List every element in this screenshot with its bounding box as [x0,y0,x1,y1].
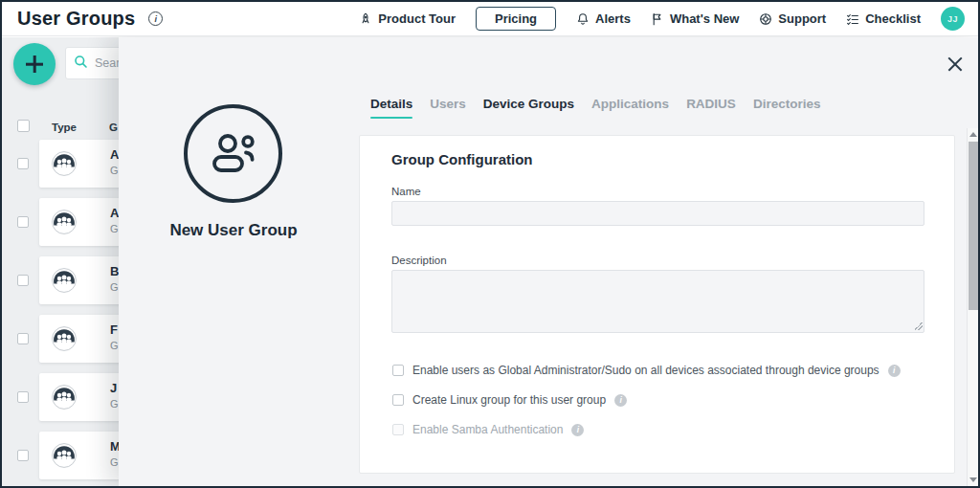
option-samba-auth: Enable Samba Authentication i [392,423,584,436]
group-card[interactable]: M G [39,432,130,479]
info-icon[interactable]: i [571,424,584,436]
search-icon [74,55,88,73]
scrollbar-thumb[interactable] [969,142,978,310]
row-checkbox[interactable] [17,216,29,228]
group-name: A [110,206,119,220]
option-linux-group: Create Linux group for this user group i [392,393,627,407]
name-label: Name [391,186,421,197]
nav-label: Checklist [865,11,921,26]
scroll-down-icon[interactable] [969,477,977,482]
option-label: Enable users as Global Administrator/Sud… [412,364,880,377]
nav-label: What's New [670,11,739,26]
info-icon[interactable]: i [148,11,163,26]
description-label: Description [391,255,447,266]
group-sub: G [110,223,119,234]
panel-scrollbar[interactable] [967,128,978,486]
flag-icon [651,12,664,26]
name-input[interactable] [391,201,924,226]
nav-product-tour[interactable]: Product Tour [359,11,456,26]
group-sub: G [110,398,119,410]
group-avatar-icon [52,268,77,293]
info-icon[interactable]: i [888,365,901,377]
nav-label: Support [778,11,826,26]
group-avatar-icon [52,326,77,351]
row-checkbox[interactable] [17,333,29,344]
group-avatar-icon [52,385,77,410]
group-name: B [110,264,119,278]
tab-directories[interactable]: Directories [753,97,821,119]
option-checkbox[interactable] [392,365,404,376]
bell-icon [576,12,590,26]
group-avatar-icon [52,151,77,176]
close-icon[interactable] [946,55,965,74]
section-title: Group Configuration [391,151,532,167]
group-sub: G [110,456,119,468]
group-avatar-icon [52,443,77,468]
group-name: A [110,147,119,162]
group-avatar-icon [52,210,77,234]
group-name: J [110,381,117,395]
pricing-button[interactable]: Pricing [476,7,556,31]
column-type: Type [52,122,77,133]
nav-label: Product Tour [378,11,456,26]
life-ring-icon [759,12,772,26]
panel-tabs: Details Users Device Groups Applications… [370,97,820,119]
nav-label: Alerts [595,11,631,26]
group-sub: G [110,281,119,293]
tab-users[interactable]: Users [430,97,466,119]
option-checkbox[interactable] [392,394,404,406]
header-nav: Product Tour Pricing Alerts What's New S… [359,7,965,31]
row-checkbox[interactable] [17,391,29,403]
info-icon[interactable]: i [614,394,627,407]
group-sub: G [110,165,119,176]
row-checkbox[interactable] [17,450,29,461]
add-group-button[interactable] [13,43,56,85]
user-group-icon [184,104,282,203]
nav-checklist[interactable]: Checklist [846,11,921,26]
group-card[interactable]: F G [39,315,130,363]
checklist-icon [846,12,859,26]
scroll-up-icon[interactable] [969,132,977,137]
column-group: G [109,122,118,133]
select-all-checkbox[interactable] [17,120,30,132]
row-checkbox[interactable] [17,158,29,169]
nav-whats-new[interactable]: What's New [651,11,739,26]
option-checkbox [392,424,404,435]
row-checkbox[interactable] [17,275,29,286]
group-card[interactable]: J G [39,373,130,421]
nav-alerts[interactable]: Alerts [576,11,631,26]
app-header: User Groups i Product Tour Pricing Alert… [2,2,978,36]
group-configuration-card: Group Configuration Name Description Ena… [359,135,955,474]
app-window: User Groups i Product Tour Pricing Alert… [0,0,980,488]
group-card[interactable]: A G [39,140,130,188]
entity-title: New User Group [119,221,348,240]
tab-radius[interactable]: RADIUS [686,97,736,119]
user-avatar[interactable]: JJ [941,7,965,31]
nav-support[interactable]: Support [759,11,826,26]
rocket-icon [359,12,372,26]
group-card[interactable]: B G [39,256,130,304]
description-input[interactable] [391,270,924,333]
tab-applications[interactable]: Applications [591,97,669,119]
content-area: Type G A G A G [2,37,978,486]
option-global-admin: Enable users as Global Administrator/Sud… [392,364,901,377]
group-sub: G [110,340,119,351]
new-user-group-panel: New User Group Details Users Device Grou… [119,37,978,486]
tab-device-groups[interactable]: Device Groups [483,97,574,119]
option-label: Enable Samba Authentication [412,423,563,436]
group-name: F [110,322,118,337]
option-label: Create Linux group for this user group [412,393,606,407]
group-card[interactable]: A G [39,198,130,246]
page-title: User Groups [17,8,135,30]
tab-details[interactable]: Details [370,97,412,119]
